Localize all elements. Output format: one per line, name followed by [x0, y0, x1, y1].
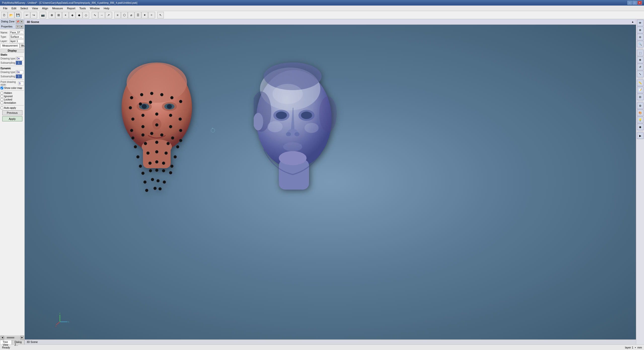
- toolbar-select6[interactable]: ◇: [83, 12, 89, 18]
- landmark-dot: [130, 96, 133, 99]
- toolbar-star2[interactable]: ✧: [148, 12, 155, 18]
- right-btn-light[interactable]: 💡: [637, 117, 643, 123]
- toolbar-new[interactable]: 🗋: [1, 12, 8, 18]
- annotation-row: Annotation: [1, 101, 24, 104]
- right-btn-eye[interactable]: 👁: [637, 20, 643, 26]
- properties-label: Properties: [1, 25, 13, 28]
- previous-button[interactable]: Previous: [2, 110, 22, 115]
- right-btn-measure[interactable]: 📏: [637, 80, 643, 86]
- svg-point-22: [286, 132, 291, 136]
- toolbar-circle[interactable]: ⌀: [128, 12, 134, 18]
- status-bar: Ready layer 1 • mm: [0, 344, 644, 350]
- annotation-checkbox[interactable]: [1, 101, 3, 104]
- ignored-checkbox[interactable]: [1, 95, 3, 98]
- right-btn-rotate[interactable]: ↺: [637, 64, 643, 70]
- landmark-dot: [167, 142, 170, 145]
- static-subsampling-value[interactable]: 1: [16, 61, 22, 65]
- toolbar-select5[interactable]: ◆: [76, 12, 82, 18]
- right-btn-frame[interactable]: ⬚: [637, 50, 643, 56]
- static-drawing-value: De: [16, 57, 23, 60]
- scene-canvas[interactable]: X Y Z: [25, 25, 636, 339]
- scroll-right[interactable]: ▶: [20, 336, 24, 339]
- auto-apply-checkbox[interactable]: [1, 107, 3, 109]
- right-btn-color[interactable]: 🎨: [637, 110, 643, 116]
- right-toolbar: 👁 ⊕ ⊖ 🔍 ⬚ ✥ ↺ ⤡ 📏 📝 ⊟ ⚙ 🎨 💡 ◉ ▶: [636, 19, 644, 344]
- svg-point-19: [276, 112, 287, 119]
- point-style-value: S: [18, 82, 24, 85]
- dialog-zone-header: Dialog Zone 📌 ✕: [0, 19, 24, 24]
- toolbar-star[interactable]: ✦: [141, 12, 148, 18]
- right-btn-move[interactable]: ✥: [637, 57, 643, 63]
- menu-file[interactable]: File: [1, 6, 10, 10]
- toolbar-save[interactable]: 💾: [15, 12, 21, 18]
- menu-help[interactable]: Help: [102, 6, 111, 10]
- show-color-map-row: Show color map: [1, 87, 24, 89]
- scroll-left[interactable]: ◀: [1, 336, 4, 339]
- toolbar-arrow2[interactable]: ↗: [105, 12, 112, 18]
- minimize-button[interactable]: ─: [627, 1, 632, 5]
- prop-layer-input[interactable]: [10, 39, 24, 43]
- menu-edit[interactable]: Edit: [10, 6, 18, 10]
- properties-header: Properties ? ✕: [0, 24, 24, 29]
- prop-type-value: Surface Data Ob: [10, 35, 24, 39]
- menu-select[interactable]: Select: [18, 6, 30, 10]
- show-color-map-checkbox[interactable]: [1, 87, 3, 89]
- static-drawing-row: Drawing type: De: [1, 57, 24, 60]
- right-btn-arrow[interactable]: ▶: [637, 132, 643, 139]
- menu-report[interactable]: Report: [65, 6, 77, 10]
- toolbar-select4[interactable]: ◈: [69, 12, 75, 18]
- right-btn-view[interactable]: 🔍: [637, 41, 643, 47]
- toolbar-table[interactable]: ≡: [114, 12, 121, 18]
- close-button[interactable]: ✕: [637, 1, 642, 5]
- properties-close[interactable]: ✕: [20, 25, 23, 28]
- bottom-tabs: Tree View Dialog Z...: [0, 339, 24, 344]
- toolbar-capture[interactable]: 📷: [40, 12, 46, 18]
- landmark-dot: [179, 100, 182, 103]
- toolbar-hex[interactable]: ⬡: [121, 12, 128, 18]
- toolbar-select3[interactable]: ⌖: [62, 12, 69, 18]
- toolbar-sep-4: [90, 12, 91, 18]
- right-btn-zoom-in[interactable]: ⊕: [637, 27, 643, 33]
- right-btn-section[interactable]: ⊟: [637, 94, 643, 100]
- menu-measure[interactable]: Measure: [50, 6, 65, 10]
- menu-tools[interactable]: Tools: [77, 6, 88, 10]
- properties-help[interactable]: ?: [16, 25, 19, 28]
- toolbar-sep-3: [47, 12, 48, 18]
- toolbar-undo[interactable]: ↩: [24, 12, 30, 18]
- toolbar-select2[interactable]: ⊞: [55, 12, 62, 18]
- dialog-zone-label: Dialog Zone: [1, 20, 15, 23]
- toolbar-cursor[interactable]: ↖: [157, 12, 164, 18]
- toolbar-curve[interactable]: ∿: [92, 12, 98, 18]
- svg-point-24: [268, 121, 283, 132]
- toolbar-list[interactable]: ☰: [135, 12, 141, 18]
- left-panel: Dialog Zone 📌 ✕ Properties ? ✕ Name: Fac…: [0, 19, 25, 344]
- svg-line-32: [56, 322, 60, 325]
- divider-3: [1, 90, 24, 91]
- toolbar-open[interactable]: 📂: [8, 12, 14, 18]
- tab-tree-view[interactable]: Tree View: [0, 340, 12, 344]
- landmark-dot: [160, 93, 163, 96]
- tab-measurement[interactable]: Measurement: [1, 44, 19, 48]
- locked-checkbox[interactable]: [1, 98, 3, 101]
- menu-view[interactable]: View: [30, 6, 40, 10]
- toolbar-arrow[interactable]: →: [98, 12, 105, 18]
- toolbar-redo[interactable]: ↪: [30, 12, 37, 18]
- restore-button[interactable]: □: [632, 1, 637, 5]
- scroll-track[interactable]: [4, 337, 20, 339]
- right-btn-settings[interactable]: ⚙: [637, 102, 643, 109]
- dialog-zone-pin[interactable]: 📌: [16, 20, 19, 23]
- right-btn-zoom-out[interactable]: ⊖: [637, 34, 643, 40]
- tab-dialog-z[interactable]: Dialog Z...: [12, 340, 24, 344]
- right-btn-scale[interactable]: ⤡: [637, 71, 643, 77]
- svg-point-7: [142, 104, 147, 109]
- right-btn-render[interactable]: ◉: [637, 124, 643, 130]
- dynamic-subsampling-value[interactable]: 1: [16, 75, 22, 78]
- landmark-dot: [162, 169, 165, 172]
- apply-button[interactable]: Apply: [2, 116, 22, 121]
- hidden-checkbox[interactable]: [1, 92, 3, 94]
- dialog-zone-close[interactable]: ✕: [20, 20, 23, 23]
- menu-window[interactable]: Window: [88, 6, 102, 10]
- toolbar-select1[interactable]: ⊕: [49, 12, 55, 18]
- menu-align[interactable]: Align: [40, 6, 50, 10]
- right-btn-annotate[interactable]: 📝: [637, 87, 643, 93]
